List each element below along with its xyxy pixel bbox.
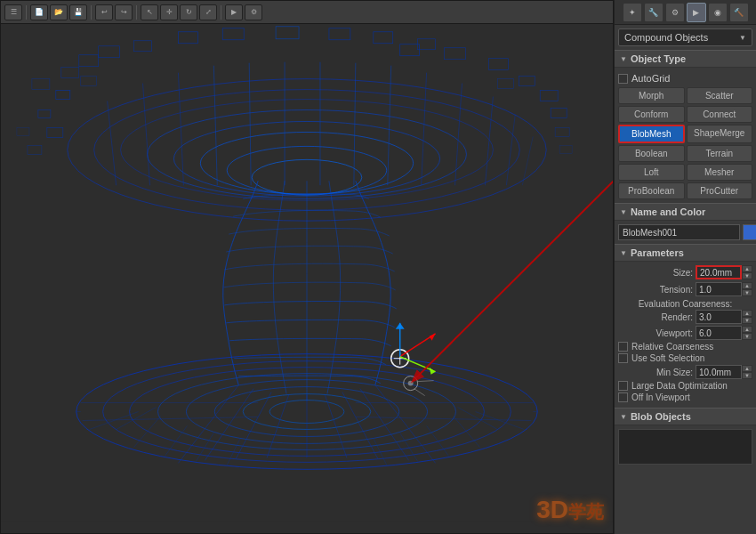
soft-selection-label: Use Soft Selection xyxy=(631,353,704,363)
btn-procutter[interactable]: ProCutter xyxy=(687,182,753,199)
min-size-spinner: ▲ ▼ xyxy=(742,365,752,379)
size-input[interactable] xyxy=(696,265,742,279)
btn-conform[interactable]: Conform xyxy=(618,106,685,123)
name-color-header[interactable]: ▼ Name and Color xyxy=(615,203,756,221)
toolbar-btn-undo[interactable]: ↩ xyxy=(95,4,113,20)
toolbar-btn-new[interactable]: 📄 xyxy=(30,4,48,20)
toolbar-sep-4 xyxy=(221,5,221,20)
toolbar-btn-save[interactable]: 💾 xyxy=(69,4,87,20)
eval-label: Evaluation Coarseness: xyxy=(618,299,752,309)
size-input-group: ▲ ▼ xyxy=(696,265,752,279)
toolbar-btn-open[interactable]: 📂 xyxy=(50,4,68,20)
panel-icon-motion[interactable]: ▶ xyxy=(687,3,706,22)
dropdown-arrow-icon: ▼ xyxy=(739,34,746,42)
tension-input-group: ▲ ▼ xyxy=(696,282,752,296)
btn-boolean[interactable]: Boolean xyxy=(618,145,685,162)
min-size-label: Min Size: xyxy=(656,368,693,377)
name-input-row xyxy=(618,224,752,240)
render-label: Render: xyxy=(661,312,693,322)
btn-blobmesh[interactable]: BlobMesh xyxy=(618,125,685,143)
size-down[interactable]: ▼ xyxy=(742,272,752,279)
btn-shapemerge[interactable]: ShapeMerge xyxy=(687,125,753,143)
tension-row: Tension: ▲ ▼ xyxy=(618,282,752,296)
mesh-area xyxy=(1,1,613,533)
parameters-header[interactable]: ▼ Parameters xyxy=(615,244,756,262)
toolbar-btn-redo[interactable]: ↪ xyxy=(115,4,133,20)
large-data-row: Large Data Optimization xyxy=(618,381,752,391)
panel-icon-display[interactable]: ◉ xyxy=(708,3,728,22)
tension-up[interactable]: ▲ xyxy=(742,282,752,289)
blob-objects-header[interactable]: ▼ Blob Objects xyxy=(615,408,756,425)
toolbar-sep-1 xyxy=(26,5,27,20)
render-input[interactable] xyxy=(696,310,742,324)
size-up[interactable]: ▲ xyxy=(742,265,752,272)
blob-list xyxy=(618,429,752,465)
object-type-title: Object Type xyxy=(631,53,686,64)
viewport-row: Viewport: ▲ ▼ xyxy=(618,326,752,340)
btn-terrain[interactable]: Terrain xyxy=(687,145,753,162)
viewport-input[interactable] xyxy=(696,326,742,340)
toolbar-btn-select[interactable]: ↖ xyxy=(141,4,158,20)
tension-input[interactable] xyxy=(696,282,742,296)
render-spinner: ▲ ▼ xyxy=(742,310,752,324)
panel-icon-utilities[interactable]: 🔨 xyxy=(729,3,749,22)
panel-icon-hierarchy[interactable]: ⚙ xyxy=(665,3,685,22)
viewport: ☰ 📄 📂 💾 ↩ ↪ ↖ ✛ ↻ ⤢ ▶ ⚙ www 3DS com 思路设计… xyxy=(0,0,614,534)
off-viewport-checkbox[interactable] xyxy=(618,392,628,402)
large-data-label: Large Data Optimization xyxy=(631,381,728,391)
large-data-checkbox[interactable] xyxy=(618,381,628,391)
toolbar-btn-rendersetup[interactable]: ⚙ xyxy=(245,4,262,20)
relative-coarseness-row: Relative Coarseness xyxy=(618,342,752,352)
size-label: Size: xyxy=(673,268,693,278)
params-section: Size: ▲ ▼ Tension: ▲ ▼ xyxy=(615,262,756,408)
name-input-field[interactable] xyxy=(618,224,740,240)
btn-scatter[interactable]: Scatter xyxy=(687,87,753,104)
btn-loft[interactable]: Loft xyxy=(618,164,685,181)
right-panel: ✦ 🔧 ⚙ ▶ ◉ 🔨 Compound Objects ▼ ▼ Object … xyxy=(614,0,756,534)
corner-logo: 3D学苑 xyxy=(536,496,604,524)
toolbar-btn-render[interactable]: ▶ xyxy=(225,4,243,20)
compound-objects-dropdown[interactable]: Compound Objects ▼ xyxy=(618,28,752,46)
render-down[interactable]: ▼ xyxy=(742,317,752,324)
toolbar-btn-scale[interactable]: ⤢ xyxy=(199,4,217,20)
svg-point-94 xyxy=(408,381,414,386)
btn-proboolean[interactable]: ProBoolean xyxy=(618,182,685,199)
section-arrow-name: ▼ xyxy=(620,208,627,216)
min-size-input[interactable] xyxy=(696,365,742,379)
name-color-title: Name and Color xyxy=(631,206,705,217)
top-toolbar: ☰ 📄 📂 💾 ↩ ↪ ↖ ✛ ↻ ⤢ ▶ ⚙ xyxy=(1,1,613,24)
panel-icon-create[interactable]: ✦ xyxy=(623,3,642,22)
mesh-svg xyxy=(1,1,613,533)
off-viewport-label: Off In Viewport xyxy=(631,392,690,402)
soft-selection-row: Use Soft Selection xyxy=(618,353,752,363)
panel-icon-modify[interactable]: 🔧 xyxy=(644,3,664,22)
object-type-header[interactable]: ▼ Object Type xyxy=(615,50,756,68)
min-size-down[interactable]: ▼ xyxy=(742,372,752,379)
tension-down[interactable]: ▼ xyxy=(742,289,752,296)
render-row: Render: ▲ ▼ xyxy=(618,310,752,324)
main-container: ☰ 📄 📂 💾 ↩ ↪ ↖ ✛ ↻ ⤢ ▶ ⚙ www 3DS com 思路设计… xyxy=(0,0,756,534)
name-color-section xyxy=(615,221,756,244)
render-up[interactable]: ▲ xyxy=(742,310,752,317)
dropdown-label: Compound Objects xyxy=(624,32,708,43)
btn-mesher[interactable]: Mesher xyxy=(687,164,753,181)
viewport-input-group: ▲ ▼ xyxy=(696,326,752,340)
relative-coarseness-label: Relative Coarseness xyxy=(631,342,713,352)
btn-connect[interactable]: Connect xyxy=(687,106,753,123)
viewport-down[interactable]: ▼ xyxy=(742,333,752,340)
soft-selection-checkbox[interactable] xyxy=(618,353,628,363)
size-spinner: ▲ ▼ xyxy=(742,265,752,279)
color-swatch[interactable] xyxy=(743,224,756,240)
toolbar-btn-move[interactable]: ✛ xyxy=(160,4,178,20)
toolbar-btn-menu[interactable]: ☰ xyxy=(4,4,22,20)
viewport-up[interactable]: ▲ xyxy=(742,326,752,333)
btn-morph[interactable]: Morph xyxy=(618,87,685,104)
object-type-grid: Morph Scatter Conform Connect BlobMesh S… xyxy=(618,87,752,199)
relative-coarseness-checkbox[interactable] xyxy=(618,342,628,352)
min-size-row: Min Size: ▲ ▼ xyxy=(618,365,752,379)
autogrid-checkbox[interactable] xyxy=(618,74,628,84)
toolbar-btn-rotate[interactable]: ↻ xyxy=(180,4,197,20)
blob-section xyxy=(615,425,756,534)
min-size-up[interactable]: ▲ xyxy=(742,365,752,372)
off-viewport-row: Off In Viewport xyxy=(618,392,752,402)
